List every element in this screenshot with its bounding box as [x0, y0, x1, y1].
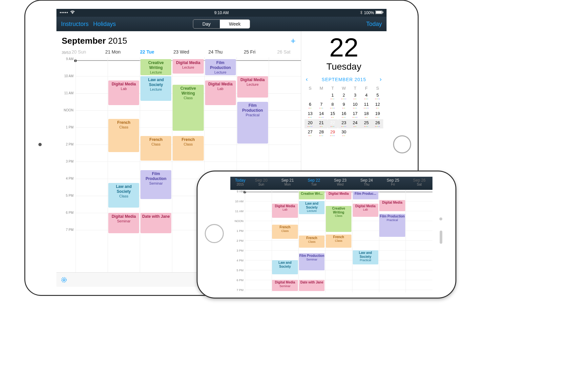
- event-block[interactable]: Date with Jane: [140, 213, 171, 233]
- iphone-today-button[interactable]: Today2015: [232, 177, 248, 190]
- event-block[interactable]: FrenchClass: [140, 136, 171, 161]
- day-header-cell[interactable]: 25 Fri: [233, 49, 267, 55]
- event-block[interactable]: FrenchClass: [108, 119, 139, 152]
- mini-cal-day[interactable]: 30•••: [338, 128, 349, 138]
- iphone-event-block[interactable]: FrenchClass: [326, 235, 351, 248]
- iphone-event-block[interactable]: Creative WritingClass: [326, 206, 351, 232]
- mini-cal-day[interactable]: 14•••••: [316, 110, 327, 119]
- event-block[interactable]: Digital MediaLecture: [173, 59, 203, 74]
- day-header-cell[interactable]: 24 Thu: [199, 49, 233, 55]
- add-button[interactable]: +: [291, 36, 296, 46]
- iphone-event-block[interactable]: FrenchClass: [272, 225, 298, 239]
- iphone-event-block[interactable]: Law and SocietyPractical: [353, 250, 378, 264]
- mini-cal-day[interactable]: 11•••••: [361, 101, 372, 110]
- iphone-camera: [439, 217, 442, 220]
- event-block[interactable]: Film ProductionLecture: [205, 59, 236, 75]
- iphone-event-block[interactable]: Film ProductionPractical: [379, 214, 405, 237]
- day-header-cell[interactable]: 21 Mon: [96, 49, 130, 55]
- mini-cal-day[interactable]: 4••••: [361, 92, 372, 101]
- iphone-event-block[interactable]: Digital MediaSeminar: [272, 280, 298, 291]
- instructors-link[interactable]: Instructors: [61, 21, 89, 28]
- day-header-cell[interactable]: 22 Tue: [130, 49, 164, 55]
- event-block[interactable]: FrenchClass: [173, 136, 203, 161]
- mini-cal-day[interactable]: 28••••: [316, 128, 327, 138]
- iphone-event-block[interactable]: Digital Media: [326, 191, 351, 199]
- mini-cal-day[interactable]: 1••••: [327, 92, 338, 101]
- seg-day[interactable]: Day: [193, 20, 220, 28]
- gear-icon[interactable]: [60, 276, 68, 283]
- iphone-speaker: [440, 231, 442, 244]
- holidays-link[interactable]: Holidays: [93, 21, 116, 28]
- event-block[interactable]: Digital MediaLab: [108, 80, 139, 105]
- mini-cal-day[interactable]: 12•••: [372, 101, 383, 110]
- mini-cal-day[interactable]: 21•••: [316, 119, 327, 128]
- iphone-event-block[interactable]: Film Produc...: [353, 191, 378, 199]
- iphone-week-grid[interactable]: Digital MediaLabFrenchClassLaw and Socie…: [245, 190, 432, 292]
- mini-cal-day[interactable]: 10••••: [349, 101, 361, 110]
- mini-cal-day[interactable]: 7••••: [316, 101, 327, 110]
- mini-cal-day[interactable]: 2•••••: [338, 92, 349, 101]
- day-header-cell[interactable]: 20 Sun: [62, 49, 96, 55]
- mini-cal-day[interactable]: 29•••••: [327, 128, 338, 138]
- event-block[interactable]: Digital MediaLecture: [237, 76, 268, 98]
- iphone-event-block[interactable]: FrenchClass: [299, 236, 325, 248]
- mini-cal-day[interactable]: 5•••••: [372, 92, 383, 101]
- mini-cal-day[interactable]: 16••••: [338, 110, 349, 119]
- mini-cal-day[interactable]: 13••••: [304, 110, 316, 119]
- ipad-home-button[interactable]: [393, 135, 411, 153]
- mini-cal-day[interactable]: 22••••: [327, 119, 338, 128]
- mini-cal-day[interactable]: 24•••: [349, 119, 361, 128]
- iphone-event-block[interactable]: Digital MediaLab: [272, 204, 298, 218]
- iphone-day-cell[interactable]: Sep 20Sun: [248, 177, 274, 190]
- event-block[interactable]: Creative WritingClass: [173, 85, 203, 131]
- iphone-event-block[interactable]: Law and SocietyLecture: [299, 201, 325, 214]
- iphone-day-cell[interactable]: Sep 26Sat: [406, 177, 432, 190]
- event-block[interactable]: Film ProductionSeminar: [140, 170, 171, 199]
- time-rail: 9 AM10 AM11 AMNOON1 PM2 PM3 PM4 PM5 PM6 …: [56, 57, 75, 245]
- mini-cal-day[interactable]: 8•••••: [327, 101, 338, 110]
- event-block[interactable]: Law and SocietyClass: [108, 183, 139, 208]
- svg-rect-1: [376, 11, 382, 14]
- event-block[interactable]: Digital MediaSeminar: [108, 213, 139, 233]
- mini-cal-day[interactable]: 23•••••: [338, 119, 349, 128]
- today-button[interactable]: Today: [366, 21, 382, 27]
- mini-cal-day[interactable]: 15•••: [327, 110, 338, 119]
- mini-cal-day[interactable]: 27•••: [304, 128, 316, 138]
- iphone-day-cell[interactable]: Sep 24Thu: [353, 177, 380, 190]
- event-block[interactable]: Digital MediaLab: [205, 80, 236, 105]
- day-header-cell[interactable]: 26 Sat: [267, 49, 301, 55]
- iphone-event-block[interactable]: Digital MediaLab: [353, 204, 378, 217]
- next-month-button[interactable]: ›: [380, 76, 382, 83]
- mini-cal-day[interactable]: 3•••: [349, 92, 361, 101]
- iphone-day-cell[interactable]: Sep 25Fri: [380, 177, 406, 190]
- view-segmented-control[interactable]: Day Week: [193, 19, 250, 29]
- iphone-event-block[interactable]: Film ProductionSeminar: [299, 253, 325, 270]
- iphone-event-block[interactable]: Digital Media: [379, 200, 405, 211]
- iphone-home-button[interactable]: [205, 224, 224, 243]
- mini-cal-day[interactable]: 18•••: [361, 110, 372, 119]
- mini-cal-day[interactable]: 17•••••: [349, 110, 361, 119]
- iphone-day-cell[interactable]: Sep 23Wed: [327, 177, 353, 190]
- mini-cal-day[interactable]: 19••••: [372, 110, 383, 119]
- mini-calendar[interactable]: 1••••2•••••3•••4••••5•••••6•••7••••8••••…: [304, 92, 383, 138]
- svg-point-3: [62, 277, 67, 282]
- iphone-event-block[interactable]: Law and Society: [272, 260, 298, 274]
- iphone-event-block[interactable]: Creative Wri...: [299, 191, 325, 199]
- mini-cal-day[interactable]: 26•••••: [372, 119, 383, 128]
- mini-cal-day[interactable]: 6•••: [304, 101, 316, 110]
- event-block[interactable]: Film ProductionPractical: [237, 102, 268, 144]
- mini-cal-day: [349, 128, 361, 138]
- big-day-name: Tuesday: [304, 61, 383, 72]
- event-block[interactable]: Creative WritingLecture: [140, 59, 171, 75]
- iphone-event-block[interactable]: Date with Jane: [299, 280, 325, 291]
- prev-month-button[interactable]: ‹: [306, 76, 308, 83]
- iphone-day-cell[interactable]: Sep 21Mon: [274, 177, 301, 190]
- mini-cal-day[interactable]: 20•••••: [304, 119, 316, 128]
- iphone-day-cell[interactable]: Sep 22Tue: [301, 177, 327, 190]
- day-header-cell[interactable]: 23 Wed: [164, 49, 198, 55]
- mini-cal-day[interactable]: 25••••: [361, 119, 372, 128]
- event-block[interactable]: Law and SocietyLecture: [140, 76, 171, 101]
- iphone-day-header[interactable]: Today2015Sep 20SunSep 21MonSep 22TueSep …: [230, 177, 432, 190]
- seg-week[interactable]: Week: [220, 20, 250, 28]
- mini-cal-day[interactable]: 9•••: [338, 101, 349, 110]
